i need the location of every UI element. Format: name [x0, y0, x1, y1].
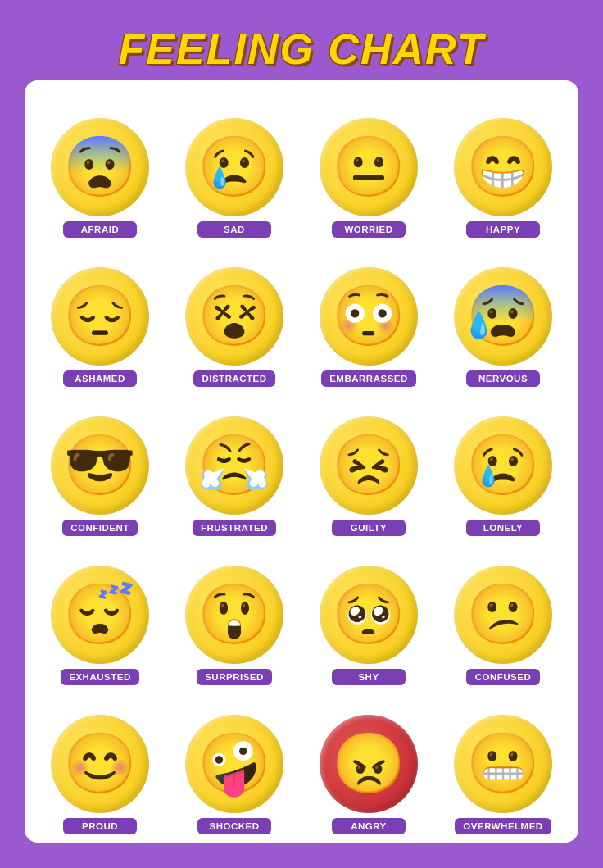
emotion-row-4: 😊PROUD🤪SHOCKED😠ANGRY😬OVERWHELMED [33, 688, 570, 834]
emoji-confident: 😎 [51, 416, 149, 515]
emotion-cell-lonely: 😢LONELY [442, 416, 564, 536]
emoji-frustrated: 😤 [185, 416, 283, 515]
emotion-cell-shocked: 🤪SHOCKED [173, 715, 296, 834]
label-afraid: AFRAID [63, 221, 137, 238]
emotion-cell-happy: 😁HAPPY [442, 118, 564, 238]
emoji-sad: 😢 [185, 118, 283, 216]
label-sad: SAD [197, 221, 271, 238]
emotion-cell-confident: 😎CONFIDENT [39, 416, 161, 536]
page-title: FEELING CHART [119, 25, 485, 74]
label-surprised: SURPRISED [197, 669, 272, 685]
label-lonely: LONELY [466, 520, 540, 536]
emoji-overwhelmed: 😬 [454, 715, 552, 813]
label-angry: ANGRY [332, 818, 406, 834]
label-proud: PROUD [63, 818, 137, 834]
emotion-cell-angry: 😠ANGRY [307, 715, 430, 834]
emotion-cell-overwhelmed: 😬OVERWHELMED [442, 715, 564, 834]
emotion-cell-exhausted: 😴EXHAUSTED [39, 566, 161, 685]
emoji-ashamed: 😔 [51, 267, 149, 366]
label-embarrassed: EMBARRASSED [321, 370, 416, 387]
label-nervous: NERVOUS [466, 370, 540, 387]
emotion-cell-guilty: 😣GUILTY [307, 416, 430, 536]
label-shocked: SHOCKED [197, 818, 271, 834]
emoji-shocked: 🤪 [185, 715, 283, 813]
emoji-nervous: 😰 [454, 267, 552, 366]
emotion-row-1: 😔ASHAMED😵DISTRACTED😳EMBARRASSED😰NERVOUS [33, 241, 570, 387]
emotion-cell-distracted: 😵DISTRACTED [173, 267, 296, 387]
emotion-row-3: 😴EXHAUSTED😲SURPRISED🥺SHY😕CONFUSED [33, 539, 570, 685]
emoji-embarrassed: 😳 [320, 267, 418, 366]
emoji-lonely: 😢 [454, 416, 552, 515]
label-overwhelmed: OVERWHELMED [455, 818, 551, 834]
label-confused: CONFUSED [466, 669, 540, 685]
emotion-row-0: 😨AFRAID😢SAD😐WORRIED😁HAPPY [33, 92, 570, 238]
emotion-cell-worried: 😐WORRIED [307, 118, 430, 238]
label-exhausted: EXHAUSTED [61, 669, 138, 685]
emotion-cell-nervous: 😰NERVOUS [442, 267, 564, 387]
emoji-surprised: 😲 [185, 566, 283, 664]
label-ashamed: ASHAMED [63, 370, 137, 387]
feeling-chart-card: 😨AFRAID😢SAD😐WORRIED😁HAPPY😔ASHAMED😵DISTRA… [25, 80, 578, 843]
emotion-cell-ashamed: 😔ASHAMED [39, 267, 161, 387]
emoji-exhausted: 😴 [51, 566, 149, 664]
label-worried: WORRIED [332, 221, 406, 238]
label-distracted: DISTRACTED [193, 370, 274, 387]
label-guilty: GUILTY [332, 520, 406, 536]
emotion-cell-surprised: 😲SURPRISED [173, 566, 296, 685]
label-confident: CONFIDENT [62, 520, 138, 536]
page-container: FEELING CHART 😨AFRAID😢SAD😐WORRIED😁HAPPY😔… [15, 16, 588, 852]
emotion-cell-sad: 😢SAD [173, 118, 296, 238]
emotion-cell-embarrassed: 😳EMBARRASSED [307, 267, 430, 387]
emoji-worried: 😐 [320, 118, 418, 216]
emoji-guilty: 😣 [320, 416, 418, 515]
emotion-cell-shy: 🥺SHY [307, 566, 430, 685]
emoji-shy: 🥺 [320, 566, 418, 664]
emotion-cell-confused: 😕CONFUSED [442, 566, 564, 685]
emotion-cell-afraid: 😨AFRAID [39, 118, 161, 238]
emoji-angry: 😠 [320, 715, 418, 813]
emoji-confused: 😕 [454, 566, 552, 664]
emoji-afraid: 😨 [51, 118, 149, 216]
emoji-distracted: 😵 [185, 267, 283, 366]
emotion-row-2: 😎CONFIDENT😤FRUSTRATED😣GUILTY😢LONELY [33, 390, 570, 536]
label-happy: HAPPY [466, 221, 540, 238]
emoji-proud: 😊 [51, 715, 149, 813]
label-shy: SHY [332, 669, 406, 685]
label-frustrated: FRUSTRATED [193, 520, 276, 536]
emotion-cell-frustrated: 😤FRUSTRATED [173, 416, 296, 536]
emotion-cell-proud: 😊PROUD [39, 715, 161, 834]
emoji-happy: 😁 [454, 118, 552, 216]
